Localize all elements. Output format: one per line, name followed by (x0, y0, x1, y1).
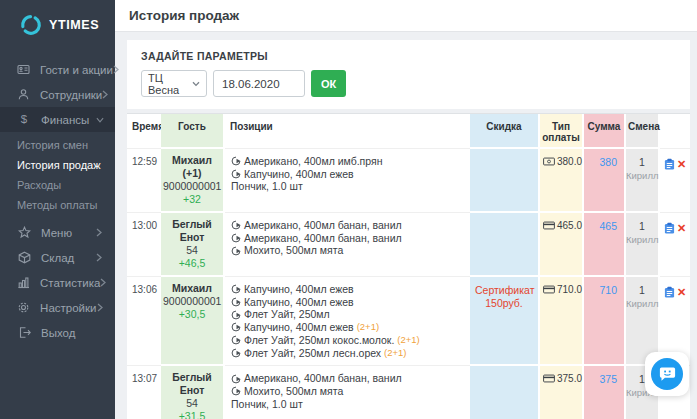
guest-name: Михаил (163, 282, 221, 295)
takeaway-icon (231, 386, 241, 396)
position-text: Капучино, 400мл ежев (244, 296, 354, 309)
chevron-right-icon (113, 65, 119, 74)
cell-sum: 375 (584, 366, 626, 419)
takeaway-icon (231, 374, 241, 384)
cell-payment-type: 380.0 (540, 149, 584, 213)
delete-icon[interactable]: ✕ (677, 222, 686, 235)
sidebar-item-guests[interactable]: Гости и акции (0, 57, 115, 82)
cell-shift: 1Кирилл (626, 149, 660, 213)
brand-name: YTIMES (49, 18, 99, 32)
sidebar-subitem-payment-methods[interactable]: Методы оплаты (0, 195, 115, 215)
cell-discount (470, 366, 540, 419)
position-line: Флет Уайт, 250мл кокос.молок.(2+1) (231, 334, 466, 347)
sales-table-card: ВремяГостьПозицииСкидкаТип оплатыСуммаСм… (127, 113, 690, 419)
column-header-actions (660, 114, 690, 149)
sidebar-item-label: Склад (41, 252, 96, 264)
ok-button[interactable]: ОК (311, 70, 346, 97)
sidebar-item-logout[interactable]: Выход (0, 320, 115, 345)
chevron-right-icon (96, 253, 104, 262)
promo-badge: (2+1) (384, 347, 406, 360)
sidebar-item-label: Гости и акции (40, 64, 113, 76)
guest-id: 54 (163, 397, 221, 410)
sales-table: ВремяГостьПозицииСкидкаТип оплатыСуммаСм… (127, 114, 690, 419)
copy-receipt-icon[interactable] (664, 284, 675, 302)
chat-bubble-icon (651, 358, 683, 390)
position-text: Американо, 400мл банан, ванил (244, 372, 402, 385)
topbar: История продаж (115, 0, 697, 32)
column-header-Позиции: Позиции (225, 114, 470, 149)
cell-sum: 465 (584, 213, 626, 277)
position-line: Пончик, 1.0 шт (231, 398, 466, 411)
copy-receipt-icon[interactable] (664, 156, 675, 174)
shift-cashier: Кирилл (626, 297, 658, 310)
sidebar: YTIMES Гости и акцииСотрудники$ФинансыИс… (0, 0, 115, 419)
cell-guest: Михаил (+1)9000000001+32 (161, 149, 225, 213)
sidebar-item-menu[interactable]: Меню (0, 220, 115, 245)
chevron-right-icon (100, 278, 106, 287)
position-line: Американо, 400мл имб.прян (231, 155, 466, 168)
sidebar-item-statistics[interactable]: Статистика (0, 270, 115, 295)
delete-icon[interactable]: ✕ (677, 286, 686, 299)
cell-positions: Американо, 400мл банан, ванилМохито, 500… (225, 366, 470, 419)
sidebar-item-finance[interactable]: $Финансы (0, 107, 115, 132)
cell-time: 13:06 (127, 277, 161, 366)
shift-number: 1 (626, 220, 658, 233)
cash-icon (543, 157, 555, 168)
main-area: История продаж ЗАДАЙТЕ ПАРАМЕТРЫ ТЦ Весн… (115, 0, 697, 419)
takeaway-icon (231, 335, 241, 345)
location-select[interactable]: ТЦ Весна (141, 70, 207, 97)
chevron-right-icon (96, 228, 104, 237)
cell-guest: Беглый Енот54+46,5 (161, 213, 225, 277)
menu-icon (17, 226, 31, 239)
position-text: Флет Уайт, 250мл (244, 308, 330, 321)
sidebar-item-label: Сотрудники (40, 89, 102, 101)
position-text: Капучино, 400мл ежев (244, 168, 354, 181)
shift-cashier: Кирилл (626, 169, 658, 182)
sidebar-item-staff[interactable]: Сотрудники (0, 82, 115, 107)
promo-badge: (2+1) (397, 334, 419, 347)
position-line: Капучино, 400мл ежев (231, 296, 466, 309)
table-row: 13:06Михаил9000000001+30,5Капучино, 400м… (127, 277, 690, 366)
position-line: Пончик, 1.0 шт (231, 180, 466, 193)
guest-bonus: +30,5 (163, 308, 221, 321)
date-input[interactable] (213, 70, 305, 97)
card-icon (543, 285, 555, 296)
payment-amount: 375.0 (557, 373, 582, 384)
app-logo: YTIMES (0, 0, 115, 37)
finance-submenu: История сменИстория продажРасходыМетоды … (0, 132, 115, 220)
position-text: Флет Уайт, 250мл кокос.молок. (244, 334, 394, 347)
position-text: Мохито, 500мл мята (244, 385, 343, 398)
content: ЗАДАЙТЕ ПАРАМЕТРЫ ТЦ Весна ОК ВремяГость… (115, 32, 697, 419)
copy-receipt-icon[interactable] (664, 220, 675, 238)
takeaway-icon (231, 246, 241, 256)
sidebar-subitem-sales-history[interactable]: История продаж (0, 155, 115, 175)
column-header-Скидка: Скидка (470, 114, 540, 149)
cell-discount (470, 213, 540, 277)
cell-time: 12:59 (127, 149, 161, 213)
stock-icon (17, 251, 31, 264)
chevron-down-icon (96, 117, 104, 123)
position-text: Пончик, 1.0 шт (231, 398, 303, 411)
sidebar-item-stock[interactable]: Склад (0, 245, 115, 270)
sidebar-subitem-expenses[interactable]: Расходы (0, 175, 115, 195)
guest-bonus: +46,5 (163, 257, 221, 270)
sidebar-item-settings[interactable]: Настройки (0, 295, 115, 320)
cell-discount: Сертификат 150руб. (470, 277, 540, 366)
position-text: Американо, 400мл банан, ванил (244, 232, 402, 245)
sidebar-subitem-shift-history[interactable]: История смен (0, 135, 115, 155)
chevron-down-icon (192, 81, 200, 87)
settings-icon (17, 301, 30, 314)
position-text: Пончик, 1.0 шт (231, 180, 303, 193)
cell-actions: ✕ (660, 213, 690, 277)
sidebar-item-label: Финансы (41, 114, 96, 126)
chat-widget-button[interactable] (645, 352, 689, 396)
sidebar-item-label: Статистика (40, 277, 100, 289)
promo-badge: (2+1) (357, 321, 379, 334)
sidebar-nav: Гости и акцииСотрудники$ФинансыИстория с… (0, 57, 115, 345)
column-header-Время: Время (127, 114, 161, 149)
cell-guest: Михаил9000000001+30,5 (161, 277, 225, 366)
takeaway-icon (231, 322, 241, 332)
cell-payment-type: 375.0 (540, 366, 584, 419)
stats-icon (17, 276, 30, 289)
delete-icon[interactable]: ✕ (677, 158, 686, 171)
